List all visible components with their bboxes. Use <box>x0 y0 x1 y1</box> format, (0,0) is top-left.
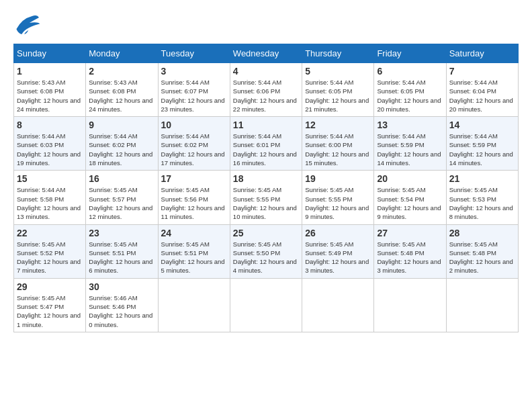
calendar-cell: 23 Sunrise: 5:45 AMSunset: 5:51 PMDaylig… <box>86 224 158 278</box>
calendar-cell: 24 Sunrise: 5:45 AMSunset: 5:51 PMDaylig… <box>158 224 230 278</box>
calendar-cell: 7 Sunrise: 5:44 AMSunset: 6:04 PMDayligh… <box>446 63 518 117</box>
calendar-cell: 17 Sunrise: 5:45 AMSunset: 5:56 PMDaylig… <box>158 171 230 224</box>
calendar-cell: 13 Sunrise: 5:44 AMSunset: 5:59 PMDaylig… <box>374 117 446 171</box>
calendar-cell: 5 Sunrise: 5:44 AMSunset: 6:05 PMDayligh… <box>302 63 374 117</box>
day-number: 13 <box>377 120 443 130</box>
header-sunday: Sunday <box>14 44 86 63</box>
calendar-week-1: 1 Sunrise: 5:43 AMSunset: 6:08 PMDayligh… <box>14 63 519 117</box>
day-number: 16 <box>89 173 154 184</box>
calendar-cell: 30 Sunrise: 5:46 AMSunset: 5:46 PMDaylig… <box>86 278 158 332</box>
logo-icon <box>13 13 40 37</box>
day-number: 30 <box>89 281 154 292</box>
day-number: 1 <box>17 66 83 77</box>
calendar-cell <box>374 278 446 332</box>
header-wednesday: Wednesday <box>230 44 302 63</box>
day-info: Sunrise: 5:45 AMSunset: 5:53 PMDaylight:… <box>449 186 513 220</box>
header-saturday: Saturday <box>446 44 518 63</box>
day-info: Sunrise: 5:44 AMSunset: 6:01 PMDaylight:… <box>233 132 297 167</box>
day-info: Sunrise: 5:44 AMSunset: 6:02 PMDaylight:… <box>89 132 152 167</box>
day-info: Sunrise: 5:44 AMSunset: 6:07 PMDaylight:… <box>161 79 225 113</box>
day-info: Sunrise: 5:44 AMSunset: 5:58 PMDaylight:… <box>17 186 81 220</box>
day-number: 29 <box>17 281 83 292</box>
day-info: Sunrise: 5:44 AMSunset: 6:04 PMDaylight:… <box>449 79 513 113</box>
calendar-cell: 20 Sunrise: 5:45 AMSunset: 5:54 PMDaylig… <box>374 171 446 224</box>
day-info: Sunrise: 5:45 AMSunset: 5:55 PMDaylight:… <box>305 186 369 220</box>
header-friday: Friday <box>374 44 446 63</box>
day-info: Sunrise: 5:45 AMSunset: 5:57 PMDaylight:… <box>89 186 152 220</box>
calendar-cell: 25 Sunrise: 5:45 AMSunset: 5:50 PMDaylig… <box>230 224 302 278</box>
day-number: 27 <box>377 228 443 238</box>
day-number: 4 <box>233 66 299 77</box>
day-number: 22 <box>17 228 83 238</box>
day-info: Sunrise: 5:45 AMSunset: 5:47 PMDaylight:… <box>17 294 81 328</box>
calendar-cell: 26 Sunrise: 5:45 AMSunset: 5:49 PMDaylig… <box>302 224 374 278</box>
day-number: 10 <box>161 120 227 130</box>
calendar-cell: 9 Sunrise: 5:44 AMSunset: 6:02 PMDayligh… <box>86 117 158 171</box>
calendar-cell: 21 Sunrise: 5:45 AMSunset: 5:53 PMDaylig… <box>446 171 518 224</box>
calendar-week-4: 22 Sunrise: 5:45 AMSunset: 5:52 PMDaylig… <box>14 224 519 278</box>
header-tuesday: Tuesday <box>158 44 230 63</box>
calendar-cell: 12 Sunrise: 5:44 AMSunset: 6:00 PMDaylig… <box>302 117 374 171</box>
day-info: Sunrise: 5:45 AMSunset: 5:55 PMDaylight:… <box>233 186 297 220</box>
day-info: Sunrise: 5:44 AMSunset: 6:05 PMDaylight:… <box>377 79 441 113</box>
calendar-cell: 8 Sunrise: 5:44 AMSunset: 6:03 PMDayligh… <box>14 117 86 171</box>
calendar-table: SundayMondayTuesdayWednesdayThursdayFrid… <box>13 44 519 332</box>
day-info: Sunrise: 5:45 AMSunset: 5:54 PMDaylight:… <box>377 186 441 220</box>
day-number: 11 <box>233 120 299 130</box>
page-header <box>13 13 519 37</box>
calendar-week-5: 29 Sunrise: 5:45 AMSunset: 5:47 PMDaylig… <box>14 278 519 332</box>
day-info: Sunrise: 5:43 AMSunset: 6:08 PMDaylight:… <box>17 79 81 113</box>
day-number: 7 <box>449 66 515 77</box>
calendar-cell: 15 Sunrise: 5:44 AMSunset: 5:58 PMDaylig… <box>14 171 86 224</box>
calendar-cell: 2 Sunrise: 5:43 AMSunset: 6:08 PMDayligh… <box>86 63 158 117</box>
calendar-cell: 6 Sunrise: 5:44 AMSunset: 6:05 PMDayligh… <box>374 63 446 117</box>
day-number: 3 <box>161 66 227 77</box>
day-info: Sunrise: 5:44 AMSunset: 6:06 PMDaylight:… <box>233 79 297 113</box>
calendar-cell: 18 Sunrise: 5:45 AMSunset: 5:55 PMDaylig… <box>230 171 302 224</box>
day-number: 23 <box>89 228 154 238</box>
calendar-cell <box>230 278 302 332</box>
day-info: Sunrise: 5:45 AMSunset: 5:52 PMDaylight:… <box>17 240 81 275</box>
day-number: 5 <box>305 66 371 77</box>
calendar-cell: 3 Sunrise: 5:44 AMSunset: 6:07 PMDayligh… <box>158 63 230 117</box>
day-info: Sunrise: 5:44 AMSunset: 6:05 PMDaylight:… <box>305 79 369 113</box>
day-info: Sunrise: 5:44 AMSunset: 6:02 PMDaylight:… <box>161 132 225 167</box>
day-number: 15 <box>17 173 83 184</box>
calendar-week-3: 15 Sunrise: 5:44 AMSunset: 5:58 PMDaylig… <box>14 171 519 224</box>
day-number: 19 <box>305 173 371 184</box>
calendar-cell: 10 Sunrise: 5:44 AMSunset: 6:02 PMDaylig… <box>158 117 230 171</box>
day-number: 12 <box>305 120 371 130</box>
calendar-cell: 27 Sunrise: 5:45 AMSunset: 5:48 PMDaylig… <box>374 224 446 278</box>
day-info: Sunrise: 5:44 AMSunset: 6:00 PMDaylight:… <box>305 132 369 167</box>
day-info: Sunrise: 5:45 AMSunset: 5:51 PMDaylight:… <box>89 240 152 275</box>
day-number: 25 <box>233 228 299 238</box>
day-info: Sunrise: 5:44 AMSunset: 6:03 PMDaylight:… <box>17 132 81 167</box>
calendar-cell: 29 Sunrise: 5:45 AMSunset: 5:47 PMDaylig… <box>14 278 86 332</box>
day-info: Sunrise: 5:45 AMSunset: 5:49 PMDaylight:… <box>305 240 369 275</box>
day-info: Sunrise: 5:44 AMSunset: 5:59 PMDaylight:… <box>449 132 513 167</box>
day-number: 18 <box>233 173 299 184</box>
day-number: 6 <box>377 66 443 77</box>
day-number: 9 <box>89 120 154 130</box>
calendar-cell: 11 Sunrise: 5:44 AMSunset: 6:01 PMDaylig… <box>230 117 302 171</box>
day-info: Sunrise: 5:45 AMSunset: 5:48 PMDaylight:… <box>449 240 513 275</box>
day-number: 8 <box>17 120 83 130</box>
day-info: Sunrise: 5:45 AMSunset: 5:50 PMDaylight:… <box>233 240 297 275</box>
calendar-cell: 22 Sunrise: 5:45 AMSunset: 5:52 PMDaylig… <box>14 224 86 278</box>
day-info: Sunrise: 5:45 AMSunset: 5:48 PMDaylight:… <box>377 240 441 275</box>
calendar-cell <box>446 278 518 332</box>
calendar-cell: 16 Sunrise: 5:45 AMSunset: 5:57 PMDaylig… <box>86 171 158 224</box>
day-number: 17 <box>161 173 227 184</box>
day-number: 20 <box>377 173 443 184</box>
calendar-cell: 1 Sunrise: 5:43 AMSunset: 6:08 PMDayligh… <box>14 63 86 117</box>
day-number: 28 <box>449 228 515 238</box>
day-number: 14 <box>449 120 515 130</box>
day-number: 24 <box>161 228 227 238</box>
day-number: 21 <box>449 173 515 184</box>
day-info: Sunrise: 5:46 AMSunset: 5:46 PMDaylight:… <box>89 294 152 328</box>
day-info: Sunrise: 5:45 AMSunset: 5:51 PMDaylight:… <box>161 240 225 275</box>
calendar-cell: 14 Sunrise: 5:44 AMSunset: 5:59 PMDaylig… <box>446 117 518 171</box>
calendar-cell: 19 Sunrise: 5:45 AMSunset: 5:55 PMDaylig… <box>302 171 374 224</box>
day-number: 26 <box>305 228 371 238</box>
header-thursday: Thursday <box>302 44 374 63</box>
